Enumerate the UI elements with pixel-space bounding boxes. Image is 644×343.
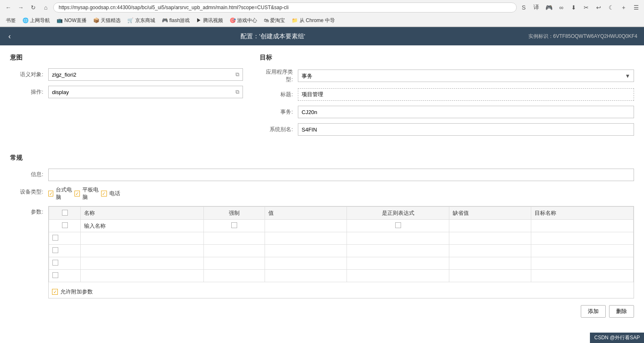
sap-back-button[interactable]: ‹	[7, 30, 12, 42]
system-alias-label: 系统别名:	[260, 126, 293, 133]
row-4-regex-cell	[347, 257, 449, 270]
row-5-checkbox[interactable]	[52, 272, 58, 278]
loop-icon[interactable]: ∞	[557, 3, 566, 12]
system-alias-row: 系统别名:	[260, 123, 634, 136]
col-header-regex: 是正则表达式	[347, 207, 449, 220]
intent-section: 意图 语义对象: ⧉ 操作: ⧉	[10, 54, 243, 141]
row-3-checkbox[interactable]	[52, 247, 58, 253]
address-bar[interactable]: https://mysap.goodsap.cn:44300/sap/bc/ui…	[53, 2, 517, 12]
device-desktop-checkbox[interactable]	[48, 191, 53, 196]
scissors-icon[interactable]: ✂	[582, 3, 591, 12]
semantic-object-input[interactable]	[52, 72, 234, 78]
row-5-check-cell	[49, 270, 81, 282]
row-1-mandatory-checkbox[interactable]	[231, 222, 237, 228]
bookmark-nav[interactable]: 🌐 上网导航	[20, 16, 52, 25]
device-tablet-label: 平板电脑	[82, 186, 101, 201]
row-1-name-cell: 输入名称	[81, 220, 203, 232]
row-2-checkbox[interactable]	[52, 235, 58, 241]
intent-section-title: 意图	[10, 54, 243, 62]
extension-icon-s[interactable]: S	[519, 3, 528, 12]
bookmark-jd[interactable]: 🛒 京东商城	[125, 16, 157, 25]
page-title: 配置：'创建成本要素组'	[17, 32, 528, 40]
row-2-default-cell	[449, 232, 531, 245]
semantic-object-row: 语义对象: ⧉	[10, 68, 243, 81]
row-3-value-cell	[265, 245, 347, 257]
app-type-dropdown-icon: ▼	[625, 73, 630, 79]
add-button[interactable]: 添加	[581, 305, 606, 318]
translate-icon[interactable]: 译	[532, 3, 541, 12]
row-3-default-cell	[449, 245, 531, 257]
allow-params-label: 允许附加参数	[60, 288, 93, 296]
bookmark-flash[interactable]: 🎮 flash游戏	[159, 16, 193, 25]
transaction-input[interactable]	[298, 106, 634, 118]
delete-button[interactable]: 删除	[609, 305, 634, 318]
bookmark-tmall[interactable]: 📦 天猫精选	[91, 16, 123, 25]
device-phone-checkbox[interactable]	[101, 191, 107, 196]
row-1-target-name-cell	[531, 220, 633, 232]
row-5-mandatory-cell	[203, 270, 265, 282]
row-1-name-text: 输入名称	[84, 223, 106, 229]
bookmark-now[interactable]: 📺 NOW直播	[54, 16, 89, 25]
row-4-check-cell	[49, 257, 81, 270]
address-text: https://mysap.goodsap.cn:44300/sap/bc/ui…	[59, 5, 511, 10]
intent-target-layout: 意图 语义对象: ⧉ 操作: ⧉ 目标	[10, 54, 634, 141]
row-1-check-cell	[49, 220, 81, 232]
menu-icon[interactable]: ☰	[632, 3, 641, 12]
row-1-regex-checkbox[interactable]	[395, 222, 401, 228]
row-3-name-cell	[81, 245, 203, 257]
back-button[interactable]: ←	[3, 2, 13, 12]
row-5-regex-cell	[347, 270, 449, 282]
home-button[interactable]: ⌂	[41, 2, 51, 12]
row-4-default-cell	[449, 257, 531, 270]
game-icon[interactable]: 🎮	[544, 3, 553, 12]
action-copy-icon[interactable]: ⧉	[235, 89, 239, 95]
device-phone-label: 电话	[109, 190, 120, 197]
bookmark-chrome-import[interactable]: 📁 从 Chrome 中导	[289, 16, 337, 25]
bottom-buttons: 添加 删除	[10, 305, 634, 318]
params-row: 参数: 名称 强制 值 是正则表达式 缺省值 目标名称	[10, 206, 634, 298]
action-row: 操作: ⧉	[10, 86, 243, 98]
undo-icon[interactable]: ↩	[594, 3, 603, 12]
row-4-checkbox[interactable]	[52, 260, 58, 266]
browser-toolbar: ← → ↻ ⌂ https://mysap.goodsap.cn:44300/s…	[0, 0, 644, 15]
row-5-default-cell	[449, 270, 531, 282]
bookmark-game-center[interactable]: 🎯 游戏中心	[227, 16, 260, 25]
row-1-checkbox[interactable]	[62, 222, 68, 228]
title-label: 标题:	[260, 91, 293, 98]
bookmark-taobao[interactable]: 🛍 爱淘宝	[261, 16, 287, 25]
semantic-object-copy-icon[interactable]: ⧉	[235, 71, 239, 78]
toolbar-icons: S 译 🎮 ∞ ⬇ ✂ ↩ ☾ + ☰	[519, 3, 641, 12]
device-tablet-checkbox[interactable]	[74, 191, 79, 196]
semantic-object-label: 语义对象:	[10, 71, 43, 78]
action-input[interactable]	[52, 89, 234, 95]
system-alias-input[interactable]	[298, 123, 634, 136]
forward-button[interactable]: →	[16, 2, 26, 12]
row-1-default-cell	[449, 220, 531, 232]
row-3-target-name-cell	[531, 245, 633, 257]
row-2-value-cell	[265, 232, 347, 245]
action-label: 操作:	[10, 88, 43, 96]
bookmarks-label: 书签	[3, 16, 18, 25]
download-icon[interactable]: ⬇	[569, 3, 578, 12]
row-1-value-cell	[265, 220, 347, 232]
info-input[interactable]	[48, 169, 634, 181]
allow-params-row: 允许附加参数	[49, 286, 634, 298]
col-header-default: 缺省值	[449, 207, 531, 220]
device-type-row: 设备类型: 台式电脑 平板电脑 电话	[10, 186, 634, 201]
refresh-button[interactable]: ↻	[28, 2, 38, 12]
allow-params-checkbox[interactable]	[52, 289, 58, 295]
app-type-select[interactable]: 事务 URL SAPUI5应用	[302, 73, 623, 79]
row-1-mandatory-cell	[203, 220, 265, 232]
transaction-row: 事务:	[260, 106, 634, 118]
bookmark-tencent[interactable]: ▶ 腾讯视频	[194, 16, 225, 25]
select-all-checkbox[interactable]	[62, 210, 68, 216]
row-4-target-name-cell	[531, 257, 633, 270]
moon-icon[interactable]: ☾	[607, 3, 616, 12]
title-input[interactable]	[298, 88, 634, 101]
sap-content: 意图 语义对象: ⧉ 操作: ⧉ 目标	[0, 45, 644, 326]
row-2-regex-cell	[347, 232, 449, 245]
device-desktop-label: 台式电脑	[56, 186, 74, 201]
add-tab-icon[interactable]: +	[619, 3, 628, 12]
row-4-mandatory-cell	[203, 257, 265, 270]
row-2-name-cell	[81, 232, 203, 245]
